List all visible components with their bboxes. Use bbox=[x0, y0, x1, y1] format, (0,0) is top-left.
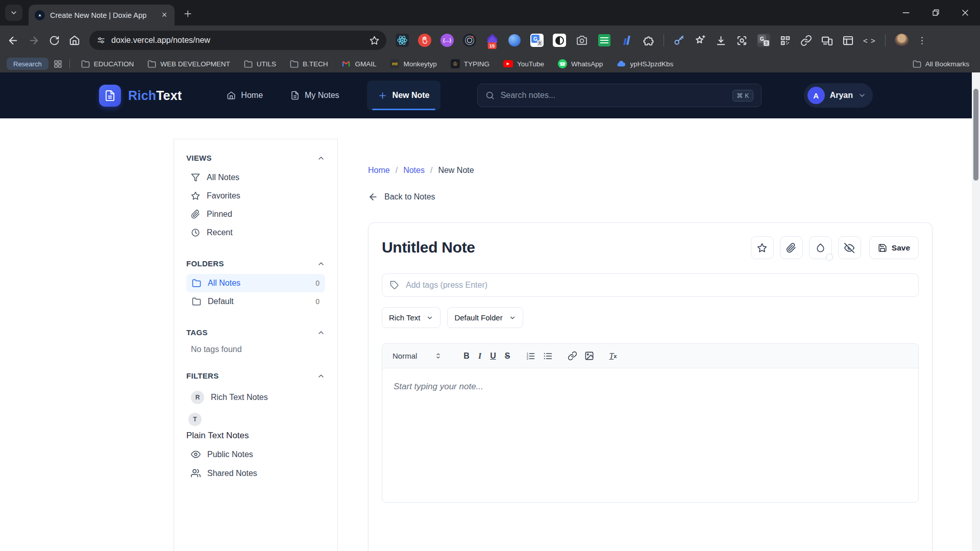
back-to-notes-link[interactable]: Back to Notes bbox=[368, 192, 435, 202]
nav-my-notes[interactable]: My Notes bbox=[290, 91, 339, 100]
insert-image-button[interactable] bbox=[584, 351, 594, 361]
extensions-puzzle-icon[interactable] bbox=[643, 35, 654, 46]
bookmark-folder-education[interactable]: EDUCATION bbox=[77, 60, 139, 68]
home-button[interactable] bbox=[69, 35, 80, 46]
bookmark-star-icon[interactable] bbox=[370, 36, 379, 45]
reload-button[interactable] bbox=[49, 35, 60, 46]
filter-public-notes[interactable]: Public Notes bbox=[186, 445, 325, 464]
extension-json-formatter[interactable]: {…} bbox=[440, 34, 454, 47]
all-bookmarks-button[interactable]: All Bookmarks bbox=[908, 60, 973, 68]
tab-close-button[interactable]: × bbox=[159, 10, 169, 20]
extension-screenshot[interactable] bbox=[575, 34, 589, 47]
filter-shared-notes[interactable]: Shared Notes bbox=[186, 464, 325, 483]
folder-select[interactable]: Default Folder bbox=[447, 307, 523, 328]
editor-content-area[interactable]: Start typing your note... bbox=[382, 368, 918, 502]
pin-button[interactable] bbox=[780, 236, 803, 259]
extension-orbit[interactable] bbox=[463, 34, 476, 47]
save-button[interactable]: Save bbox=[869, 236, 919, 259]
favorite-button[interactable] bbox=[751, 236, 774, 259]
visibility-button[interactable] bbox=[838, 236, 861, 259]
extension-tab-manager[interactable]: 15 bbox=[485, 34, 499, 47]
scrollbar-thumb[interactable] bbox=[973, 89, 978, 181]
filters-section-header[interactable]: FILTERS bbox=[186, 371, 325, 380]
code-devtools-icon[interactable]: < > bbox=[863, 36, 876, 45]
color-picker-button[interactable] bbox=[809, 236, 832, 259]
chevrons-up-down-icon[interactable] bbox=[434, 352, 442, 360]
bold-button[interactable]: B bbox=[463, 352, 470, 361]
password-key-icon[interactable] bbox=[673, 35, 685, 46]
browser-profile-avatar[interactable] bbox=[895, 34, 909, 47]
window-minimize-button[interactable] bbox=[891, 0, 921, 26]
apps-grid-icon[interactable] bbox=[53, 59, 63, 69]
nav-new-note[interactable]: New Note bbox=[367, 81, 440, 110]
extension-dark-reader[interactable] bbox=[553, 34, 566, 47]
browser-menu-button[interactable]: ⋮ bbox=[918, 35, 926, 46]
tab-group-chip[interactable]: Research bbox=[7, 58, 48, 70]
back-button[interactable] bbox=[7, 35, 19, 46]
extension-sphere[interactable] bbox=[508, 34, 521, 47]
bullet-list-button[interactable] bbox=[543, 351, 553, 361]
sidebar-item-recent[interactable]: Recent bbox=[186, 223, 325, 242]
user-menu[interactable]: A Aryan bbox=[804, 83, 873, 108]
forward-button[interactable] bbox=[28, 35, 40, 46]
block-format-select[interactable]: Normal bbox=[393, 352, 417, 360]
ordered-list-button[interactable] bbox=[525, 351, 535, 361]
folder-default[interactable]: Default 0 bbox=[186, 292, 325, 311]
note-title[interactable]: Untitled Note bbox=[382, 236, 475, 256]
url-text[interactable]: doxie.vercel.app/notes/new bbox=[111, 36, 364, 45]
app-brand[interactable]: RichText bbox=[99, 85, 182, 107]
window-restore-button[interactable] bbox=[921, 0, 950, 26]
folders-section-header[interactable]: FOLDERS bbox=[186, 259, 325, 268]
bookmark-whatsapp[interactable]: ☎ WhatsApp bbox=[553, 59, 607, 68]
qr-code-icon[interactable] bbox=[779, 35, 791, 46]
tags-input[interactable] bbox=[406, 281, 911, 290]
tab-search-button[interactable] bbox=[5, 5, 22, 21]
views-section-header[interactable]: VIEWS bbox=[186, 154, 325, 162]
extension-react-devtools[interactable] bbox=[396, 34, 409, 47]
sidebar-item-pinned[interactable]: Pinned bbox=[186, 205, 325, 223]
translate-page-icon[interactable]: G 文 bbox=[757, 34, 770, 47]
bookmark-folder-web-development[interactable]: WEB DEVELOPMENT bbox=[143, 60, 235, 68]
strikethrough-button[interactable]: S bbox=[505, 352, 510, 361]
italic-button[interactable]: I bbox=[478, 352, 481, 361]
underline-button[interactable]: U bbox=[490, 352, 496, 361]
insert-link-button[interactable] bbox=[568, 351, 577, 361]
new-tab-button[interactable] bbox=[183, 9, 193, 19]
bookmark-gmail[interactable]: GMAIL bbox=[337, 59, 381, 68]
format-select[interactable]: Rich Text bbox=[382, 307, 440, 328]
extension-green-card[interactable] bbox=[598, 34, 611, 47]
bookmark-sparkle-icon[interactable] bbox=[694, 35, 706, 46]
breadcrumb-notes[interactable]: Notes bbox=[403, 166, 425, 175]
sidebar-item-all-notes[interactable]: All Notes bbox=[186, 168, 325, 187]
bookmark-folder-utils[interactable]: UTILS bbox=[239, 60, 281, 68]
side-panel-icon[interactable] bbox=[842, 35, 854, 46]
tags-input-box[interactable] bbox=[382, 273, 919, 297]
send-to-devices-icon[interactable] bbox=[821, 35, 833, 46]
bookmark-youtube[interactable]: ▶ YouTube bbox=[499, 60, 549, 68]
sidebar-item-favorites[interactable]: Favorites bbox=[186, 187, 325, 205]
downloads-icon[interactable] bbox=[715, 35, 727, 46]
search-input[interactable] bbox=[501, 91, 727, 100]
clear-formatting-button[interactable]: Tx bbox=[609, 352, 617, 361]
extension-analytics[interactable] bbox=[620, 34, 633, 47]
address-bar[interactable]: doxie.vercel.app/notes/new bbox=[89, 31, 386, 50]
copy-link-icon[interactable] bbox=[800, 35, 812, 46]
breadcrumb-home[interactable]: Home bbox=[368, 166, 390, 175]
bookmark-drive-file[interactable]: ypHSJpzdKbs bbox=[612, 59, 678, 68]
extension-google-translate[interactable]: G 文 bbox=[530, 34, 544, 47]
filter-plain-text-notes[interactable]: T Plain Text Notes bbox=[186, 409, 325, 445]
browser-tab[interactable]: ▲ Create New Note | Doxie App × bbox=[29, 5, 175, 26]
bookmark-typing[interactable]: ♔ TYPING bbox=[446, 59, 494, 68]
page-scrollbar[interactable] bbox=[972, 72, 980, 551]
folder-all-notes[interactable]: All Notes 0 bbox=[186, 274, 325, 292]
bookmark-folder-btech[interactable]: B.TECH bbox=[285, 60, 333, 68]
screen-capture-icon[interactable] bbox=[736, 35, 748, 46]
site-settings-icon[interactable] bbox=[96, 36, 106, 45]
nav-home[interactable]: Home bbox=[227, 91, 263, 100]
tags-section-header[interactable]: TAGS bbox=[186, 328, 325, 337]
search-bar[interactable]: ⌘ K bbox=[477, 84, 762, 107]
extension-adblock[interactable] bbox=[418, 34, 431, 47]
window-close-button[interactable] bbox=[950, 0, 980, 26]
filter-rich-text-notes[interactable]: R Rich Text Notes bbox=[186, 386, 325, 409]
bookmark-monkeytype[interactable]: mt Monkeytyp bbox=[385, 59, 441, 68]
